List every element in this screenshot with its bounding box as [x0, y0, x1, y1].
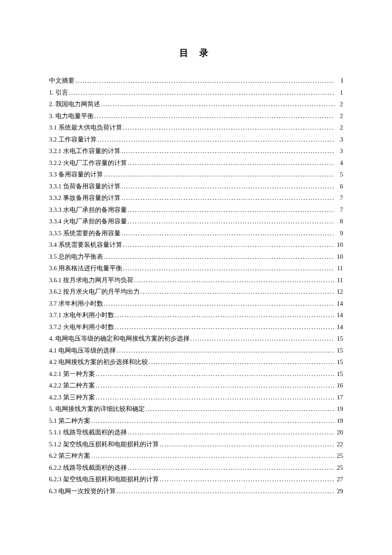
- toc-entry-label: 5.1.2 架空线电压损耗和电能损耗的计算: [49, 439, 159, 451]
- toc-entry-dots: [146, 403, 335, 415]
- toc-entry: 4.2.2 第二种方案 16: [49, 380, 343, 392]
- toc-entry-dots: [121, 145, 334, 157]
- toc-entry-page: 27: [335, 474, 343, 486]
- toc-entry: 3.2.1 水电工作容量的计算 3: [49, 145, 343, 157]
- toc-entry: 3.3.2 事故备用容量的计算 7: [49, 192, 343, 204]
- toc-entry: 2. 我国电力网简述 2: [49, 98, 343, 110]
- toc-entry-dots: [95, 110, 335, 122]
- toc-entry-dots: [117, 345, 334, 357]
- toc-entry-dots: [115, 321, 334, 333]
- toc-entry: 3.3.3 水电厂承担的备用容量 7: [49, 204, 343, 216]
- toc-entry-dots: [91, 415, 334, 427]
- toc-entry-label: 3.1 系统最大供电负荷计算: [49, 122, 122, 134]
- toc-entry-label: 4.1 电网电压等级的选择: [49, 345, 116, 357]
- toc-entry-page: 11: [335, 275, 343, 286]
- toc-entry-label: 3.2.2 火电厂工作容量的计算: [49, 157, 127, 169]
- toc-entry: 3.4 系统需要装机容量计算 10: [49, 239, 343, 251]
- toc-entry-page: 8: [335, 216, 343, 228]
- toc-entry-label: 6.3 电网一次投资的计算: [49, 486, 116, 497]
- toc-entry-label: 4.2.2 第二种方案: [49, 380, 95, 392]
- toc-entry-page: 2: [335, 122, 343, 134]
- toc-entry-label: 1. 引言: [49, 87, 68, 99]
- toc-entry-page: 14: [335, 321, 343, 333]
- toc-entry-dots: [96, 392, 334, 404]
- toc-entry-label: 3.6 用表格法进行电量平衡: [49, 263, 122, 275]
- toc-entry-dots: [123, 239, 334, 251]
- toc-entry-page: 17: [335, 392, 343, 404]
- toc-entry-page: 4: [335, 157, 343, 169]
- toc-entry-page: 1: [335, 87, 343, 99]
- toc-entry-label: 3.3.2 事故备用容量的计算: [49, 192, 121, 204]
- toc-entry-dots: [160, 439, 334, 451]
- toc-entry: 3.2 工作容量计算 3: [49, 134, 343, 146]
- toc-entry-dots: [104, 298, 334, 310]
- toc-entry-dots: [134, 275, 334, 286]
- toc-entry: 3.3.1 负荷备用容量的计算 6: [49, 181, 343, 193]
- toc-entry: 3.6 用表格法进行电量平衡 11: [49, 263, 343, 275]
- toc-entry-page: 10: [335, 251, 343, 263]
- toc-entry-label: 6.2.2 线路导线截面积的选择: [49, 462, 127, 474]
- toc-entry-label: 3.7 求年利用小时数: [49, 298, 103, 310]
- toc-entry-dots: [123, 263, 334, 275]
- toc-entry-dots: [128, 204, 334, 216]
- toc-entry: 3.5 总的电力平衡表 10: [49, 251, 343, 263]
- toc-entry-label: 3.3 备用容量的计算: [49, 169, 103, 181]
- toc-entry-label: 3.2 工作容量计算: [49, 134, 97, 146]
- toc-entry-page: 9: [335, 228, 343, 240]
- toc-title: 目 录: [49, 47, 343, 59]
- toc-entry-label: 3.3.4 火电厂承担的备用容量: [49, 216, 127, 228]
- toc-entry: 5.1.2 架空线电压损耗和电能损耗的计算 22: [49, 439, 343, 451]
- toc-entry: 5.1 第二种方案 19: [49, 415, 343, 427]
- toc-entry-label: 6.2 第三种方案: [49, 450, 90, 462]
- toc-entry: 4.2 电网接线方案的初步选择和比较 15: [49, 356, 343, 368]
- toc-entry-page: 3: [335, 134, 343, 146]
- toc-entry-dots: [69, 87, 335, 99]
- toc-entry-label: 3.7.2 火电年利用小时数: [49, 321, 114, 333]
- toc-entry-dots: [121, 192, 334, 204]
- toc-entry-label: 中文摘要: [49, 75, 75, 87]
- toc-entry: 6.2.2 线路导线截面积的选择 25: [49, 462, 343, 474]
- toc-entry-dots: [128, 157, 334, 169]
- toc-entry-page: 2: [335, 98, 343, 110]
- toc-entry-label: 4.2.1 第一种方案: [49, 368, 95, 380]
- toc-entry-dots: [190, 333, 335, 345]
- toc-entry: 3.7.2 火电年利用小时数 14: [49, 321, 343, 333]
- toc-entry-label: 4. 电网电压等级的确定和电网接线方案的初步选择: [49, 333, 190, 345]
- toc-entry: 3.6.2 按月求火电厂的月平均出力 12: [49, 286, 343, 298]
- toc-entry-dots: [96, 380, 334, 392]
- toc-entry-label: 3.2.1 水电工作容量的计算: [49, 145, 121, 157]
- toc-entry-page: 2: [335, 110, 343, 122]
- toc-entry: 4.2.1 第一种方案 15: [49, 368, 343, 380]
- toc-entry-page: 14: [335, 298, 343, 310]
- toc-entry-page: 10: [335, 239, 343, 251]
- toc-entry: 6.2.3 架空线电压损耗和电能损耗的计算 27: [49, 474, 343, 486]
- toc-entry-dots: [101, 98, 335, 110]
- toc-entry: 3.3.5 系统需要的备用容量 9: [49, 228, 343, 240]
- toc-entry-page: 22: [335, 439, 343, 451]
- toc-entry: 4.1 电网电压等级的选择 15: [49, 345, 343, 357]
- toc-entry-label: 3.5 总的电力平衡表: [49, 251, 103, 263]
- toc-entry-dots: [128, 462, 334, 474]
- toc-entry-page: 20: [335, 427, 343, 439]
- toc-entry-label: 4.2.3 第三种方案: [49, 392, 95, 404]
- toc-entry-page: 25: [335, 462, 343, 474]
- toc-entry-page: 5: [335, 169, 343, 181]
- toc-entry: 5.1.1 线路导线截面积的选择 20: [49, 427, 343, 439]
- toc-entry-label: 4.2 电网接线方案的初步选择和比较: [49, 356, 148, 368]
- toc-entry-page: 3: [335, 145, 343, 157]
- toc-entry-label: 3.3.1 负荷备用容量的计算: [49, 181, 121, 193]
- toc-entry-label: 6.2.3 架空线电压损耗和电能损耗的计算: [49, 474, 159, 486]
- toc-entry: 中文摘要 I: [49, 75, 343, 87]
- toc-entry-page: 12: [335, 286, 343, 298]
- toc-entry-dots: [149, 356, 334, 368]
- toc-entry: 3.6.1 按月求电力网月平均负荷 11: [49, 275, 343, 286]
- toc-entry-label: 3.7.1 水电年利用小时数: [49, 309, 114, 321]
- toc-entry-page: 15: [335, 333, 343, 345]
- toc-entry-dots: [141, 286, 334, 298]
- toc-entry-dots: [117, 486, 334, 497]
- toc-entry-page: 25: [335, 450, 343, 462]
- toc-entry: 4. 电网电压等级的确定和电网接线方案的初步选择 15: [49, 333, 343, 345]
- toc-entry-label: 5.1.1 线路导线截面积的选择: [49, 427, 127, 439]
- toc-entry-label: 2. 我国电力网简述: [49, 98, 100, 110]
- toc-entry-page: 19: [335, 415, 343, 427]
